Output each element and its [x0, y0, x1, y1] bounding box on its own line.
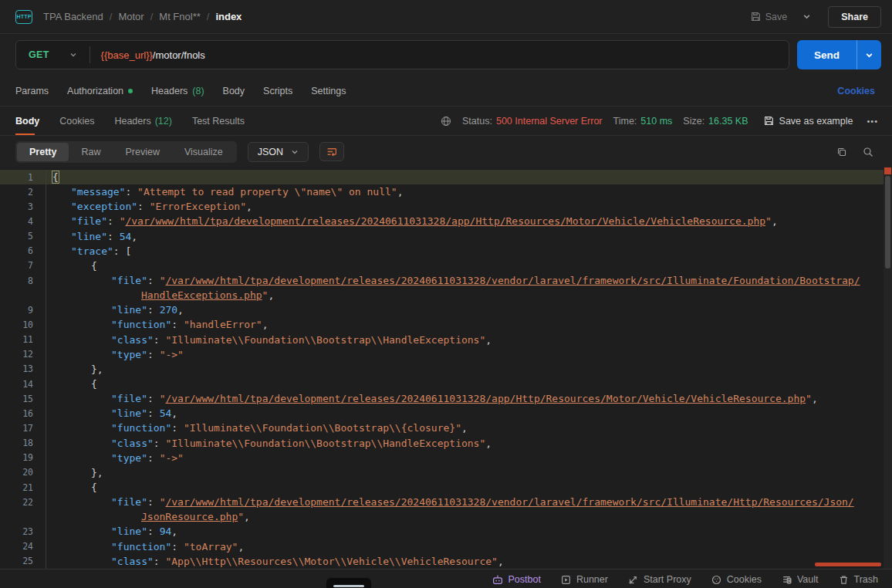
code-token: , [177, 304, 184, 316]
language-dropdown[interactable]: JSON [248, 142, 309, 162]
request-tab-scripts[interactable]: Scripts [254, 76, 302, 106]
code-token: "line" [111, 525, 147, 537]
method-selector[interactable]: GET [16, 49, 90, 60]
code-token: : [137, 201, 150, 212]
scrollbar-thumb[interactable] [885, 176, 890, 269]
network-globe-icon[interactable] [441, 116, 451, 127]
footer-vault-button[interactable]: Vault [782, 574, 819, 585]
response-tab-cookies[interactable]: Cookies [59, 106, 94, 135]
code-line-12: 12"type": "->" [0, 347, 892, 362]
code-token: "Attempt to read property \"name\" on nu… [137, 186, 397, 198]
view-mode-visualize[interactable]: Visualize [172, 143, 235, 161]
top-header-bar: HTTP TPA Backend / Motor / Mt Fnol** / i… [0, 0, 892, 34]
file-path-link[interactable]: /var/www/html/tpa/development/releases/2… [165, 393, 806, 404]
view-mode-raw[interactable]: Raw [69, 143, 113, 161]
status-footer-bar: PostbotRunnerStart ProxyCookiesVaultTras… [0, 569, 892, 588]
code-token: , [268, 289, 274, 301]
code-line-23: 23"line": 94, [0, 524, 892, 539]
file-path-link[interactable]: /var/www/html/tpa/development/releases/2… [165, 275, 860, 286]
code-token: : [147, 525, 160, 537]
save-button[interactable]: Save [745, 7, 794, 27]
url-input[interactable]: {{base_url}}/motor/fnols [90, 49, 216, 61]
tab-count-badge: (8) [192, 86, 204, 96]
line-number: 8 [0, 273, 46, 288]
code-token: "Illuminate\\Foundation\\Bootstrap\\Hand… [165, 438, 485, 449]
request-tab-authorization[interactable]: Authorization [58, 76, 142, 106]
code-token: "Illuminate\\Foundation\\Bootstrap\\Hand… [165, 334, 485, 346]
postman-app-window: HTTP TPA Backend / Motor / Mt Fnol** / i… [0, 0, 892, 588]
line-number: 25 [0, 554, 46, 569]
request-tab-params[interactable]: Params [15, 76, 58, 106]
code-line-22: 22"file": "/var/www/html/tpa/development… [0, 495, 892, 509]
response-body-viewer[interactable]: 1{2"message": "Attempt to read property … [0, 167, 892, 569]
code-token: "line" [71, 231, 107, 242]
line-number: 3 [0, 199, 46, 214]
footer-item-label: Cookies [727, 574, 762, 585]
save-icon [751, 12, 761, 22]
code-token: "file" [71, 215, 107, 227]
code-text: "line": 54, [46, 231, 137, 242]
save-as-example-button[interactable]: Save as example [764, 116, 853, 127]
code-token: : [147, 275, 160, 286]
runner-icon [561, 575, 571, 585]
time-label: Time: [613, 116, 637, 127]
tab-count-badge: (12) [155, 116, 172, 127]
response-tab-test-results[interactable]: Test Results [192, 106, 245, 135]
code-line-5: 5"line": 54, [0, 229, 892, 244]
bottom-handle-bar [333, 585, 364, 587]
footer-start-proxy-button[interactable]: Start Proxy [628, 574, 691, 585]
send-button[interactable]: Send [797, 40, 857, 69]
view-mode-preview[interactable]: Preview [113, 143, 171, 161]
line-number: 2 [0, 184, 46, 199]
response-tab-headers[interactable]: Headers(12) [114, 106, 171, 135]
wrap-lines-button[interactable] [319, 142, 344, 161]
search-response-icon[interactable] [863, 147, 873, 157]
breadcrumb-workspace[interactable]: TPA Backend [43, 11, 103, 22]
footer-trash-button[interactable]: Trash [839, 574, 879, 585]
line-number: 22 [0, 495, 46, 509]
request-tab-body[interactable]: Body [214, 76, 255, 106]
save-options-chevron-icon[interactable] [796, 8, 817, 25]
footer-postbot-button[interactable]: Postbot [492, 574, 541, 585]
response-meta: Status: 500 Internal Server Error Time: … [441, 116, 881, 127]
status-label: Status: [462, 116, 492, 127]
footer-item-label: Trash [854, 574, 879, 585]
request-tab-headers[interactable]: Headers(8) [142, 76, 214, 106]
cookies-link[interactable]: Cookies [837, 86, 881, 96]
breadcrumb-collection[interactable]: Motor [118, 11, 144, 22]
code-line-6: 6"trace": [ [0, 244, 892, 259]
code-token: { [52, 171, 59, 184]
breadcrumb-folder[interactable]: Mt Fnol** [159, 11, 200, 22]
file-path-link[interactable]: /var/www/html/tpa/development/releases/2… [165, 496, 853, 508]
share-button[interactable]: Share [828, 6, 881, 28]
proxy-icon [628, 575, 638, 585]
response-tab-body[interactable]: Body [15, 106, 39, 135]
code-token: , [772, 215, 778, 227]
code-token: , [238, 541, 244, 553]
tab-label: Body [223, 86, 245, 96]
code-line-9: 9"line": 270, [0, 302, 892, 317]
footer-runner-button[interactable]: Runner [561, 574, 608, 585]
horizontal-scrollbar-thumb[interactable] [815, 563, 881, 566]
line-number: 18 [0, 436, 46, 451]
file-path-link[interactable]: JsonResource.php [141, 511, 238, 522]
footer-cookies-button[interactable]: Cookies [711, 574, 762, 585]
send-options-chevron-icon[interactable] [857, 40, 881, 69]
file-path-link[interactable]: HandleExceptions.php [141, 289, 262, 301]
save-button-label: Save [765, 12, 788, 22]
tab-label: Authorization [67, 86, 123, 96]
view-mode-pretty[interactable]: Pretty [17, 143, 69, 161]
code-text: { [46, 482, 97, 493]
request-url-row: GET {{base_url}}/motor/fnols Send [0, 34, 892, 76]
auth-active-dot-icon [128, 89, 133, 93]
vertical-scrollbar[interactable] [884, 167, 892, 569]
code-token: : [147, 349, 160, 360]
tab-label: Cookies [59, 116, 94, 127]
code-text: "type": "->" [46, 349, 184, 360]
file-path-link[interactable]: /var/www/html/tpa/development/releases/2… [125, 215, 765, 227]
request-tab-settings[interactable]: Settings [302, 76, 355, 106]
copy-response-icon[interactable] [836, 147, 847, 157]
code-token: , [397, 186, 404, 198]
line-number [0, 509, 46, 524]
more-options-button[interactable]: ••• [863, 117, 881, 126]
